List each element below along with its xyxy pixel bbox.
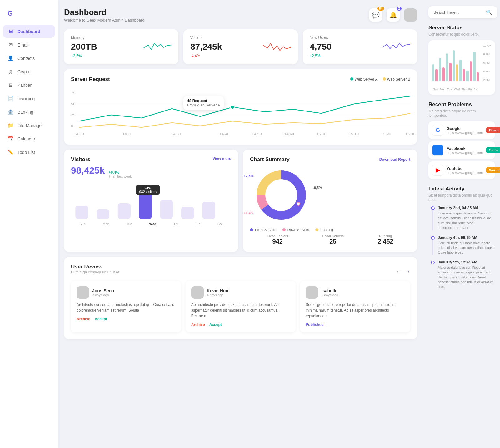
sidebar-label-contacts: Contacts (18, 56, 35, 61)
sidebar-item-invoicing[interactable]: 📄 Invoicing (3, 92, 55, 105)
problem-logo-2: ▶ (432, 165, 443, 176)
messages-badge: 84 (378, 7, 384, 11)
problem-item-0: G Google https://www.google.com Down (428, 121, 495, 139)
recent-problems-title: Recent Problems (428, 101, 495, 108)
bar-group-tue (446, 53, 452, 81)
stat-info-1: Visitors 87,245k -4,4% (190, 36, 222, 58)
y-label-8am: 8 AM (483, 53, 491, 56)
download-report-link[interactable]: Download Report (379, 157, 410, 162)
activity-content-0: January 2nd, 04:35 AM Illum omnis quo il… (438, 206, 495, 230)
page-header: Dashboard Welcome to Geex Modern Admin D… (64, 7, 417, 22)
server-status-title: Server Status (428, 25, 495, 31)
svg-text:50: 50 (71, 102, 75, 106)
stat-label-2: New Users (310, 36, 332, 40)
y-label-6am: 6 AM (483, 61, 491, 64)
review-time-1: 4 days ago (207, 293, 230, 297)
published-btn-2[interactable]: Published → (306, 322, 328, 327)
review-avatar-0 (77, 286, 89, 299)
accept-btn-1[interactable]: Accept (209, 322, 222, 327)
y-label-4am: 4 AM (483, 70, 491, 73)
main-content: Dashboard Welcome to Geex Modern Admin D… (58, 0, 423, 448)
reviews-title: User Review (71, 264, 120, 270)
chart-val-num-2: 2,452 (378, 238, 393, 245)
sidebar-item-dashboard[interactable]: ⊞ Dashboard (3, 25, 55, 38)
svg-rect-23 (160, 200, 173, 219)
svg-rect-24 (181, 207, 194, 219)
archive-btn-1[interactable]: Archive (191, 322, 205, 327)
visitors-since: Than last week (108, 175, 132, 178)
stat-value-2: 4,750 (310, 42, 332, 52)
donut-dot-2 (315, 228, 318, 231)
sidebar-icon-kanban: ⊞ (8, 82, 14, 88)
bell-icon: 🔔 (389, 11, 397, 19)
sidebar-label-invoicing: Invoicing (18, 96, 35, 101)
sidebar-item-contacts[interactable]: 👤 Contacts (3, 52, 55, 65)
recent-problems-subtitle: Maiores dicta atque dolorem temporibus (428, 109, 495, 118)
sidebar-item-crypto[interactable]: ◎ Crypto (3, 65, 55, 78)
notifications-button[interactable]: 🔔 2 (387, 8, 400, 22)
chart-val-label-1: Down Servers (322, 234, 344, 238)
messages-button[interactable]: 💬 84 (369, 8, 382, 22)
search-input[interactable] (433, 10, 483, 15)
bar-wed-a (453, 50, 455, 81)
problem-logo-0: G (432, 125, 443, 136)
review-name-0: Jons Sena (92, 288, 114, 293)
archive-btn-0[interactable]: Archive (77, 317, 90, 321)
review-text-0: Architecto consequatur molestias repella… (77, 302, 176, 313)
svg-rect-20 (97, 209, 109, 219)
svg-text:14.50: 14.50 (252, 132, 262, 135)
donut-legend-item-1: Down Servers (282, 228, 309, 232)
tooltip-count: 982 visitors (139, 190, 157, 194)
visitors-value: 98,425k (71, 165, 105, 176)
activity-content-2: January 5th, 12:34 AM Maiores daloribus … (438, 260, 495, 289)
sidebar-label-kanban: Kanban (18, 83, 32, 88)
bar-mon-a (439, 58, 441, 81)
stat-label-0: Memory (71, 36, 97, 40)
visitors-header-left: Visitors (71, 156, 90, 163)
reviews-subtitle: Eum fuga consequuntur ut et. (71, 270, 120, 274)
review-card-0: Jons Sena 2 days ago Architecto consequa… (71, 281, 181, 332)
review-user-info-1: Kevin Hunt 4 days ago (207, 288, 230, 297)
problem-item-2: ▶ Youtube https://www.google.com Warning (428, 161, 495, 179)
x-wed: Wed (454, 88, 460, 91)
prev-arrow[interactable]: ← (396, 268, 402, 275)
accept-btn-0[interactable]: Accept (95, 317, 107, 321)
review-name-1: Kevin Hunt (207, 288, 230, 293)
activity-time-1: January 4th, 06:19 AM (438, 235, 495, 240)
bar-group-thu (459, 60, 465, 81)
next-arrow[interactable]: → (405, 268, 410, 275)
problem-name-2: Youtube (447, 166, 483, 171)
stat-label-1: Visitors (190, 36, 222, 40)
status-badge-0: Down (486, 127, 500, 133)
sidebar-item-email[interactable]: ✉ Email (3, 38, 55, 51)
sidebar-item-kanban[interactable]: ⊞ Kanban (3, 79, 55, 91)
donut-dot-0 (250, 228, 253, 231)
sidebar-item-calendar[interactable]: 📅 Calendar (3, 132, 55, 145)
bottom-charts-row: Visitors View more 98,425k +0.4% Than la… (64, 150, 417, 252)
page-subtitle: Welcome to Geex Modern Admin Dashboard (64, 18, 369, 22)
chart-summary-card: Chart Summary Download Report (243, 150, 417, 252)
user-avatar[interactable] (404, 8, 417, 22)
activity-dot-2 (431, 261, 435, 264)
problem-url-0: https://www.google.com (447, 131, 483, 135)
stat-change-1: -4,4% (190, 54, 222, 58)
server-request-section: Server Request Web Server A Web Server B… (64, 69, 417, 145)
review-user-info-2: Isabelle 5 days ago (321, 288, 338, 297)
search-bar[interactable]: 🔍 (428, 6, 497, 18)
problem-url-1: https://www.google.com (447, 151, 483, 155)
visitors-bar-chart: 24% 982 visitors (71, 185, 231, 225)
view-more-link[interactable]: View more (212, 156, 231, 161)
problem-name-1: Facebook (447, 146, 483, 151)
review-avatar-1 (191, 286, 204, 299)
review-user-0: Jons Sena 2 days ago (77, 286, 176, 299)
svg-rect-19 (75, 206, 88, 219)
header-title-block: Dashboard Welcome to Geex Modern Admin D… (64, 7, 369, 22)
bar-sat-a (473, 52, 475, 81)
chart-summary-title: Chart Summary (250, 156, 290, 163)
sidebar-item-file-manager[interactable]: 📁 File Manager (3, 119, 55, 132)
sidebar-item-banking[interactable]: 🏦 Banking (3, 106, 55, 118)
sidebar-item-todo[interactable]: ✏️ Todo List (3, 146, 55, 159)
sidebar-icon-calendar: 📅 (8, 136, 14, 142)
activity-text-0: Illum omnis quo illum nisi. Nesciunt est… (438, 211, 495, 230)
stat-value-0: 200TB (71, 42, 97, 52)
